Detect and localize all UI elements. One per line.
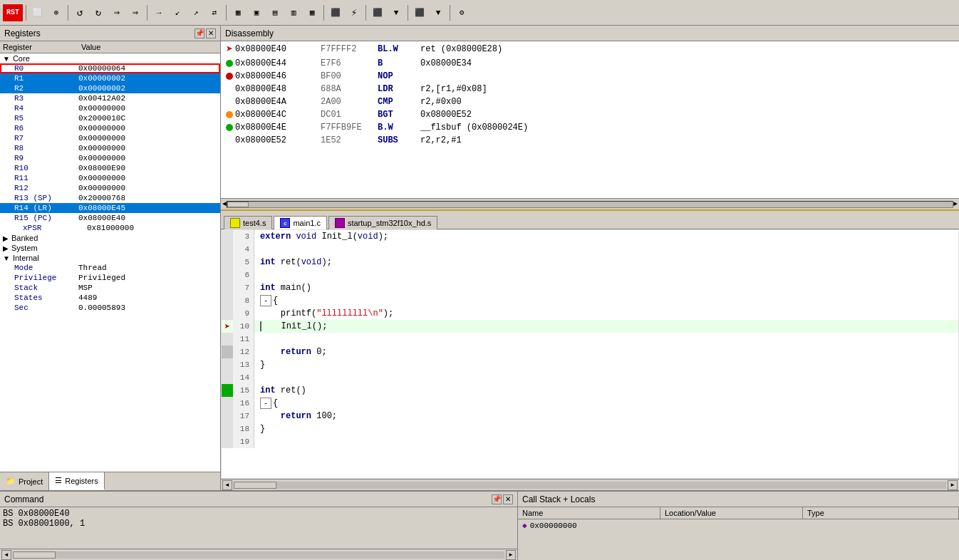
callstack-content[interactable]: ◆ 0x00000000 xyxy=(518,519,959,560)
disasm-row-7[interactable]: 0x08000E52 1E52 SUBS r2,r2,#1 xyxy=(221,134,959,147)
toolbar-btn-17[interactable]: ⚡ xyxy=(346,4,363,21)
register-row-mode[interactable]: Mode Thread xyxy=(0,263,220,273)
toolbar-btn-20[interactable]: ⬛ xyxy=(411,4,428,21)
register-row-stack[interactable]: Stack MSP xyxy=(0,283,220,293)
pin-button[interactable]: 📌 xyxy=(195,28,204,38)
toolbar-btn-19[interactable]: ▼ xyxy=(388,4,405,21)
scroll-thumb[interactable] xyxy=(234,482,276,489)
toolbar-btn-12[interactable]: ▣ xyxy=(248,4,265,21)
cmd-scroll-track[interactable] xyxy=(13,551,504,559)
disasm-mnem-2: NOP xyxy=(378,71,420,81)
banked-group-header[interactable]: ▶ Banked xyxy=(0,233,220,243)
toolbar-btn-11[interactable]: ▦ xyxy=(229,4,247,21)
toolbar-separator-6 xyxy=(366,5,366,21)
register-row-r13[interactable]: R13 (SP) 0x20000768 xyxy=(0,193,220,203)
register-row-r3[interactable]: R3 0x00412A02 xyxy=(0,93,220,103)
gutter-15 xyxy=(222,384,233,397)
command-hscrollbar[interactable]: ◄ ► xyxy=(0,549,517,560)
register-row-xpsr[interactable]: xPSR 0x81000000 xyxy=(0,223,220,233)
cmd-scroll-left[interactable]: ◄ xyxy=(1,550,11,560)
block-toggle-8[interactable]: - xyxy=(260,295,271,306)
disasm-row-4[interactable]: 0x08000E4A 2A00 CMP r2,#0x00 xyxy=(221,95,959,108)
tab-startup[interactable]: startup_stm32f10x_hd.s xyxy=(328,216,437,229)
disasm-row-3[interactable]: 0x08000E48 688A LDR r2,[r1,#0x08] xyxy=(221,83,959,95)
disasm-row-5[interactable]: 0x08000E4C DC01 BGT 0x08000E52 xyxy=(221,108,959,121)
disasm-row-0[interactable]: ➤ 0x08000E40 F7FFFF2 BL.W ret (0x08000E2… xyxy=(221,41,959,57)
code-hscrollbar[interactable]: ◄ ► xyxy=(221,479,959,490)
register-row-r10[interactable]: R10 0x08000E90 xyxy=(0,163,220,173)
scroll-track[interactable] xyxy=(234,482,946,489)
close-button[interactable]: ✕ xyxy=(206,28,216,38)
toolbar-btn-8[interactable]: ↙ xyxy=(169,4,186,21)
block-toggle-16[interactable]: - xyxy=(260,398,271,409)
linecontent-9: printf("lllllllll\n"); xyxy=(254,307,958,320)
toolbar-btn-2[interactable]: ⊗ xyxy=(48,4,65,21)
toolbar-btn-18[interactable]: ⬛ xyxy=(369,4,386,21)
toolbar-btn-4[interactable]: ↻ xyxy=(90,4,107,21)
register-row-sec[interactable]: Sec 0.00005893 xyxy=(0,303,220,313)
register-row-r1[interactable]: R1 0x00000002 xyxy=(0,73,220,83)
toolbar-btn-13[interactable]: ▤ xyxy=(266,4,284,21)
tab-registers[interactable]: ☰ Registers xyxy=(49,472,104,490)
toolbar-btn-6[interactable]: ⇒ xyxy=(127,4,144,21)
cmd-scroll-thumb[interactable] xyxy=(13,551,56,559)
register-row-r11[interactable]: R11 0x00000000 xyxy=(0,173,220,183)
scroll-right-btn[interactable]: ► xyxy=(948,480,958,490)
register-row-r6[interactable]: R6 0x00000000 xyxy=(0,123,220,133)
disasm-mnem-6: B.W xyxy=(378,123,420,133)
command-close-btn[interactable]: ✕ xyxy=(503,494,513,504)
disasm-indicator-6 xyxy=(224,124,235,131)
exec-arrow-icon: ➤ xyxy=(224,321,230,333)
tab-project[interactable]: 📁 Project xyxy=(0,472,49,490)
reg-val-r14: 0x08000E45 xyxy=(78,204,217,212)
disasm-ops-0: ret (0x08000E28) xyxy=(420,44,956,54)
toolbar-btn-10[interactable]: ⇄ xyxy=(206,4,223,21)
disasm-scroll-right[interactable]: ► xyxy=(953,200,958,208)
register-row-r7[interactable]: R7 0x00000000 xyxy=(0,133,220,143)
toolbar-btn-1[interactable]: ⬜ xyxy=(29,4,46,21)
tab-main1c[interactable]: c main1.c xyxy=(274,216,327,229)
core-group-header[interactable]: ▼ Core xyxy=(0,53,220,63)
reg-val-privilege: Privileged xyxy=(78,274,217,282)
code-editor[interactable]: 3 extern void Init_l(void); 4 5 int ret(… xyxy=(221,229,959,479)
register-row-r14[interactable]: R14 (LR) 0x08000E45 xyxy=(0,203,220,213)
disasm-scroll-thumb[interactable] xyxy=(227,202,249,207)
settings-button[interactable]: ⚙ xyxy=(453,4,470,21)
internal-group-header[interactable]: ▼ Internal xyxy=(0,253,220,263)
register-row-r12[interactable]: R12 0x00000000 xyxy=(0,183,220,193)
system-group-header[interactable]: ▶ System xyxy=(0,243,220,253)
register-row-r0[interactable]: R0 0x00000064 xyxy=(0,63,220,73)
disasm-bytes-3: 688A xyxy=(321,84,378,94)
register-row-r2[interactable]: R2 0x00000002 xyxy=(0,83,220,93)
tab-test4s[interactable]: test4.s xyxy=(224,216,272,229)
command-content[interactable]: BS 0x08000E40 BS 0x08001000, 1 xyxy=(0,507,517,549)
register-row-states[interactable]: States 4489 xyxy=(0,293,220,303)
scroll-left-btn[interactable]: ◄ xyxy=(222,480,232,490)
cmd-scroll-right[interactable]: ► xyxy=(506,550,516,560)
toolbar-btn-21[interactable]: ▼ xyxy=(430,4,447,21)
command-pin-btn[interactable]: 📌 xyxy=(492,494,502,504)
disasm-row-2[interactable]: 0x08000E46 BF00 NOP xyxy=(221,70,959,83)
register-row-r15[interactable]: R15 (PC) 0x08000E40 xyxy=(0,213,220,223)
toolbar-btn-7[interactable]: → xyxy=(150,4,167,21)
cs-row-0[interactable]: ◆ 0x00000000 xyxy=(518,519,959,532)
toolbar-btn-9[interactable]: ↗ xyxy=(187,4,204,21)
disasm-row-6[interactable]: 0x08000E4E F7FFB9FE B.W __flsbuf (0x0800… xyxy=(221,121,959,134)
toolbar-btn-3[interactable]: ↺ xyxy=(71,4,88,21)
rst-button[interactable]: RST xyxy=(3,4,23,21)
disasm-row-1[interactable]: 0x08000E44 E7F6 B 0x08000E34 xyxy=(221,57,959,70)
register-row-r8[interactable]: R8 0x00000000 xyxy=(0,143,220,153)
right-panel: Disassembly ➤ 0x08000E40 F7FFFF2 BL.W re… xyxy=(221,26,959,490)
register-row-privilege[interactable]: Privilege Privileged xyxy=(0,273,220,283)
toolbar-btn-16[interactable]: ⬛ xyxy=(327,4,344,21)
register-row-r9[interactable]: R9 0x00000000 xyxy=(0,153,220,163)
register-row-r4[interactable]: R4 0x00000000 xyxy=(0,103,220,113)
reg-val-mode: Thread xyxy=(78,264,217,272)
disasm-scroll-track[interactable] xyxy=(227,201,953,208)
toolbar-btn-5[interactable]: ⇒ xyxy=(108,4,125,21)
disassembly-content[interactable]: ➤ 0x08000E40 F7FFFF2 BL.W ret (0x08000E2… xyxy=(221,41,959,198)
register-row-r5[interactable]: R5 0x2000010C xyxy=(0,113,220,123)
toolbar-btn-15[interactable]: ▦ xyxy=(304,4,321,21)
disasm-scrollbar[interactable]: ◄ ► xyxy=(221,198,959,209)
toolbar-btn-14[interactable]: ▥ xyxy=(285,4,302,21)
